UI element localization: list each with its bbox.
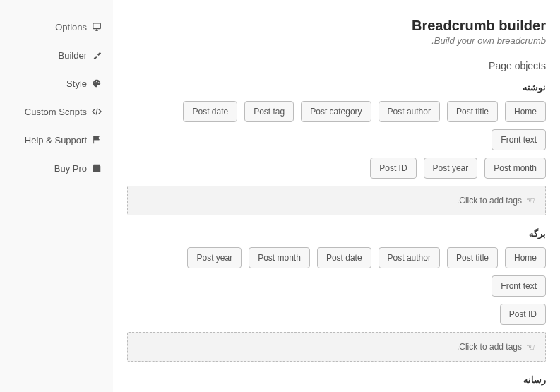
hand-pointer-icon: ☜ [526, 195, 535, 206]
sidebar-item-buy-pro[interactable]: Buy Pro [0, 154, 113, 182]
sidebar-item-label: Options [55, 22, 87, 32]
group-label: رسانه [127, 374, 546, 385]
tag-row: Post yearPost monthPost datePost authorP… [127, 247, 546, 297]
tag-row: Post datePost tagPost categoryPost autho… [127, 101, 546, 150]
palette-icon [91, 78, 102, 89]
tag-button[interactable]: Post date [317, 247, 371, 268]
tag-button[interactable]: Post ID [370, 158, 416, 179]
tag-button[interactable]: Post author [379, 101, 440, 122]
tag-button[interactable]: Home [505, 247, 546, 268]
tag-row: Post ID [127, 304, 546, 325]
svg-point-4 [96, 81, 97, 83]
dropzone-text: .Click to add tags [457, 196, 522, 206]
main-panel: Breadcrumb builder .Build your own bread… [113, 0, 560, 392]
sidebar-item-label: Help & Support [25, 135, 87, 145]
svg-line-6 [96, 109, 97, 115]
hand-pointer-icon: ☜ [526, 341, 535, 352]
sidebar: Options Builder Style Custom Scripts Hel… [0, 0, 113, 392]
sidebar-item-custom-scripts[interactable]: Custom Scripts [0, 97, 113, 126]
sidebar-item-label: Builder [59, 50, 87, 61]
tag-button[interactable]: Post month [249, 247, 310, 268]
monitor-icon [91, 21, 102, 32]
tag-button[interactable]: Post month [484, 158, 546, 179]
tag-button[interactable]: Front text [492, 275, 546, 297]
svg-rect-0 [93, 23, 101, 29]
tag-button[interactable]: Post author [379, 247, 440, 268]
sidebar-item-label: Buy Pro [54, 163, 87, 174]
group-label: نوشته [127, 82, 546, 93]
dropzone-text: .Click to add tags [457, 342, 522, 352]
page-header: Breadcrumb builder .Build your own bread… [127, 18, 546, 46]
tag-button[interactable]: Post date [183, 101, 237, 122]
tag-button[interactable]: Post ID [500, 304, 546, 325]
group-label: برگه [127, 228, 546, 239]
tag-dropzone[interactable]: .Click to add tags☜ [127, 186, 546, 215]
tag-button[interactable]: Post category [301, 101, 371, 122]
sidebar-item-label: Custom Scripts [25, 107, 87, 117]
sidebar-item-label: Style [66, 78, 87, 89]
tag-button[interactable]: Post title [447, 101, 498, 122]
code-icon [91, 106, 102, 117]
svg-point-3 [95, 82, 96, 83]
tools-icon [91, 49, 102, 61]
tag-button[interactable]: Front text [492, 129, 546, 150]
page-subtitle: .Build your own breadcrumb [127, 35, 546, 46]
tag-button[interactable]: Post tag [244, 101, 294, 122]
section-title: Page objects [127, 60, 546, 71]
tag-button[interactable]: Post year [187, 247, 242, 268]
tag-dropzone[interactable]: .Click to add tags☜ [127, 332, 546, 362]
page-title: Breadcrumb builder [127, 18, 546, 34]
sidebar-item-help[interactable]: Help & Support [0, 126, 113, 154]
tag-button[interactable]: Home [505, 101, 546, 122]
tag-button[interactable]: Post title [447, 247, 498, 268]
sidebar-item-options[interactable]: Options [0, 13, 113, 41]
sidebar-item-builder[interactable]: Builder [0, 41, 113, 69]
svg-point-5 [98, 82, 100, 83]
flag-icon [91, 134, 102, 145]
tag-row: Post IDPost yearPost month [127, 158, 546, 179]
shop-icon [91, 162, 102, 174]
sidebar-item-style[interactable]: Style [0, 69, 113, 97]
tag-button[interactable]: Post year [424, 158, 478, 179]
